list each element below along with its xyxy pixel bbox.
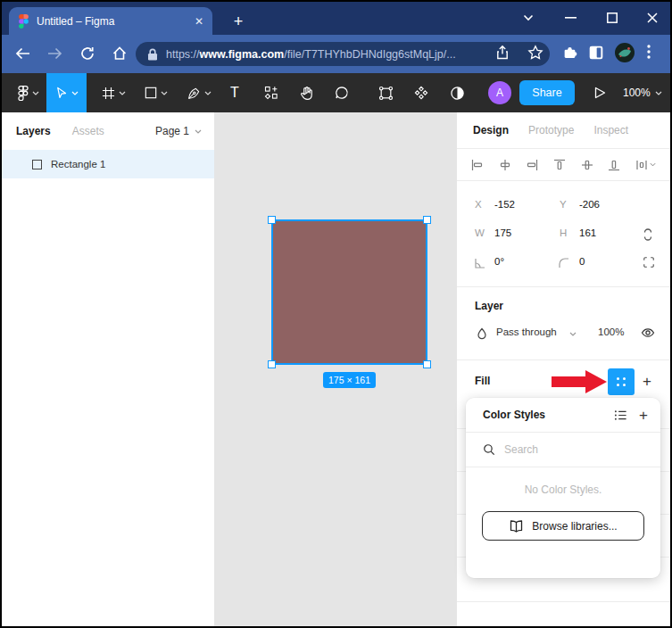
- edit-object-button[interactable]: [372, 73, 399, 112]
- add-fill-button[interactable]: +: [643, 374, 651, 389]
- align-vertical-centers-icon[interactable]: [581, 159, 593, 171]
- resize-handle-bottom-left[interactable]: [268, 360, 276, 368]
- bookmark-star-icon[interactable]: [527, 45, 543, 61]
- tab-assets[interactable]: Assets: [72, 125, 104, 137]
- align-right-icon[interactable]: [526, 159, 538, 171]
- width-value[interactable]: 175: [494, 227, 511, 238]
- blend-mode-value[interactable]: Pass through: [496, 326, 557, 337]
- x-label: X: [475, 199, 482, 210]
- tab-layers[interactable]: Layers: [16, 125, 51, 137]
- hand-tool-button[interactable]: [293, 73, 319, 112]
- resources-tool-button[interactable]: [258, 73, 285, 112]
- corner-radius-value[interactable]: 0: [579, 256, 585, 267]
- canvas[interactable]: 175 × 161: [214, 112, 457, 626]
- user-avatar[interactable]: A: [488, 81, 511, 104]
- figma-toolbar: T: [2, 73, 670, 112]
- x-value[interactable]: -152: [494, 199, 515, 210]
- visibility-eye-icon[interactable]: [641, 326, 655, 339]
- maximize-button[interactable]: [599, 5, 626, 30]
- tab-search-chevron-icon[interactable]: [515, 5, 542, 30]
- layer-name: Rectangle 1: [51, 159, 105, 169]
- search-input[interactable]: [504, 443, 629, 456]
- y-value[interactable]: -206: [579, 199, 600, 210]
- zoom-chevron-icon: [655, 91, 662, 95]
- align-bottom-icon[interactable]: [608, 159, 620, 171]
- constrain-proportions-icon[interactable]: [643, 227, 653, 242]
- browser-menu-icon[interactable]: [647, 45, 651, 59]
- frame-tool-chevron-icon: [119, 91, 126, 95]
- width-label: W: [475, 227, 485, 238]
- present-button[interactable]: [586, 73, 613, 112]
- color-styles-popup: Color Styles + No Color Styles.: [466, 398, 660, 578]
- distribute-menu-icon[interactable]: [635, 159, 656, 171]
- url-scheme: https://: [166, 48, 200, 61]
- annotation-arrow-head: [585, 370, 607, 393]
- independent-corners-icon[interactable]: [643, 256, 655, 269]
- color-styles-search-row: [466, 432, 660, 467]
- minimize-button[interactable]: [557, 5, 584, 30]
- user-avatar-initial: A: [496, 87, 503, 99]
- text-tool-glyph: T: [230, 85, 239, 101]
- browser-titlebar: Untitled – Figma ✕ +: [2, 2, 670, 35]
- browser-toolbar: https://www.figma.com/file/T7THYhbDHNdIg…: [2, 35, 670, 73]
- home-icon[interactable]: [110, 44, 129, 63]
- properties-tabs: Design Prototype Inspect: [457, 112, 670, 149]
- page-chevron-icon: [195, 129, 202, 134]
- tab-close-icon[interactable]: ✕: [195, 16, 203, 27]
- browser-tab[interactable]: Untitled – Figma ✕: [9, 7, 212, 35]
- resize-handle-bottom-right[interactable]: [423, 360, 431, 368]
- use-as-mask-button[interactable]: [444, 73, 470, 112]
- text-tool-button[interactable]: T: [222, 73, 247, 112]
- zoom-level: 100%: [623, 87, 651, 99]
- address-bar[interactable]: https://www.figma.com/file/T7THYhbDHNdIg…: [136, 42, 550, 66]
- annotation-arrow: [552, 376, 585, 387]
- create-component-button[interactable]: [408, 73, 435, 112]
- pen-tool-button[interactable]: [180, 73, 218, 112]
- opacity-value[interactable]: 100%: [598, 326, 624, 337]
- align-top-icon[interactable]: [553, 159, 566, 171]
- layer-section-title: Layer: [475, 300, 503, 312]
- menu-chevron-icon: [32, 91, 39, 95]
- properties-panel: Design Prototype Inspect X -152 Y -206: [457, 112, 670, 626]
- main-menu-button[interactable]: [11, 73, 46, 112]
- new-tab-button[interactable]: +: [227, 10, 250, 33]
- height-value[interactable]: 161: [579, 227, 596, 238]
- style-list-view-icon[interactable]: [614, 409, 627, 422]
- move-tool-button[interactable]: [46, 73, 87, 112]
- resize-handle-top-right[interactable]: [423, 216, 431, 224]
- page-selector[interactable]: Page 1: [155, 125, 202, 137]
- blend-mode-chevron-icon: [569, 332, 577, 336]
- forward-icon[interactable]: [45, 44, 64, 63]
- url-path: /file/T7THYhbDHNdIgg6stMqLjp/...: [284, 48, 455, 61]
- back-icon[interactable]: [12, 44, 32, 63]
- share-page-icon[interactable]: [494, 45, 510, 61]
- tab-design[interactable]: Design: [473, 124, 509, 136]
- align-horizontal-centers-icon[interactable]: [499, 159, 511, 171]
- shape-tool-button[interactable]: [137, 73, 175, 112]
- add-color-style-button[interactable]: +: [639, 408, 648, 423]
- blend-mode-icon[interactable]: [477, 327, 487, 340]
- rotation-value[interactable]: 0°: [494, 256, 504, 267]
- reload-icon[interactable]: [78, 44, 97, 63]
- blend-mode-row: Pass through 100%: [457, 326, 670, 343]
- layer-row-rectangle-1[interactable]: Rectangle 1: [2, 150, 214, 178]
- comment-tool-button[interactable]: [328, 73, 355, 112]
- tab-inspect[interactable]: Inspect: [593, 124, 628, 136]
- extensions-puzzle-icon[interactable]: [562, 45, 577, 60]
- browse-libraries-label: Browse libraries...: [532, 520, 617, 533]
- resize-handle-top-left[interactable]: [268, 216, 276, 224]
- url-domain: www.figma.com: [200, 48, 285, 61]
- zoom-control[interactable]: 100%: [623, 73, 662, 112]
- browse-libraries-button[interactable]: Browse libraries...: [482, 511, 644, 541]
- fill-section-title: Fill: [475, 375, 490, 387]
- share-button[interactable]: Share: [519, 80, 575, 105]
- selected-rectangle[interactable]: [271, 219, 427, 365]
- align-left-icon[interactable]: [471, 159, 484, 171]
- close-window-button[interactable]: [639, 5, 666, 30]
- profile-avatar[interactable]: [614, 42, 635, 63]
- tab-prototype[interactable]: Prototype: [528, 124, 574, 136]
- side-panel-icon[interactable]: [588, 45, 604, 61]
- lock-icon[interactable]: [147, 48, 158, 61]
- frame-tool-button[interactable]: [95, 73, 132, 112]
- fill-styles-button[interactable]: [608, 368, 635, 395]
